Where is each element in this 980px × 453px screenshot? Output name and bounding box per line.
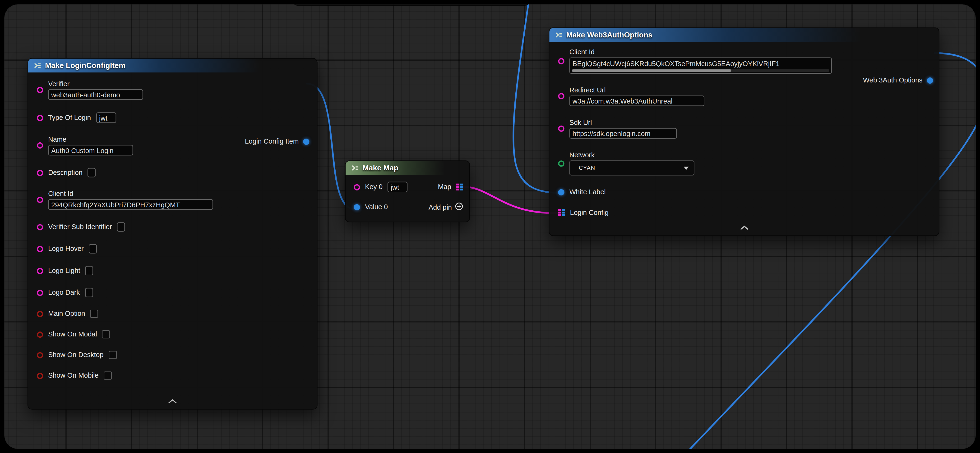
type-of-login-label: Type Of Login — [48, 114, 91, 122]
network-selected-value: CYAN — [579, 165, 684, 171]
pin-row-login-config: Login Config — [558, 209, 931, 217]
sdk-url-pin[interactable] — [558, 125, 564, 132]
pin-row-value0-addpin: Value 0 Add pin — [354, 202, 463, 212]
show-on-mobile-checkbox[interactable] — [103, 372, 112, 380]
pin-row-client-id: Client Id BEglQSgt4cUWcj6SKRdu5QkOXTsePm… — [558, 48, 931, 74]
redirect-url-input[interactable] — [570, 95, 705, 106]
show-on-desktop-label: Show On Desktop — [48, 351, 103, 359]
graph-canvas[interactable]: Make LoginConfigItem Login Config Item V… — [4, 4, 975, 449]
verifier-sub-identifier-pin[interactable] — [37, 224, 43, 230]
show-on-desktop-checkbox[interactable] — [109, 351, 117, 359]
network-dropdown[interactable]: CYAN — [570, 160, 694, 175]
pin-row-logo-hover: Logo Hover — [37, 244, 309, 253]
chevron-down-icon — [684, 166, 689, 169]
node-header-make-map[interactable]: Make Map — [345, 161, 469, 175]
map-output-pin[interactable] — [456, 184, 463, 190]
show-on-mobile-label: Show On Mobile — [48, 372, 99, 380]
client-id-pin[interactable] — [558, 58, 564, 64]
type-of-login-input[interactable] — [96, 112, 116, 123]
pin-row-logo-light: Logo Light — [37, 266, 309, 276]
network-pin[interactable] — [558, 160, 564, 166]
add-pin-button[interactable]: Add pin — [429, 202, 463, 212]
graph-frame: Make LoginConfigItem Login Config Item V… — [4, 4, 975, 449]
client-id-input[interactable] — [48, 199, 213, 210]
logo-hover-pin[interactable] — [37, 246, 43, 252]
logo-light-input[interactable] — [85, 266, 93, 276]
value0-label: Value 0 — [365, 203, 388, 211]
verifier-label: Verifier — [48, 80, 143, 88]
white-label-label: White Label — [570, 188, 606, 196]
show-on-desktop-pin[interactable] — [37, 352, 43, 358]
redirect-url-pin[interactable] — [558, 93, 564, 99]
make-struct-icon — [34, 62, 41, 70]
blueprint-editor: Make LoginConfigItem Login Config Item V… — [0, 0, 980, 453]
description-pin[interactable] — [37, 169, 43, 176]
node-make-map: Make Map Key 0 Map — [345, 160, 470, 222]
name-pin[interactable] — [37, 143, 43, 149]
add-pin-icon — [455, 202, 463, 212]
client-id-scrollbar[interactable] — [572, 70, 829, 72]
node-title: Make Web3AuthOptions — [566, 30, 652, 39]
make-struct-icon — [555, 31, 563, 39]
verifier-sub-identifier-label: Verifier Sub Identifier — [48, 223, 112, 231]
logo-dark-pin[interactable] — [37, 289, 43, 295]
make-map-icon — [351, 164, 359, 172]
client-id-pin[interactable] — [37, 196, 43, 203]
verifier-sub-identifier-input[interactable] — [117, 222, 125, 232]
name-label: Name — [48, 136, 133, 144]
node-header-make-loginconfigitem[interactable]: Make LoginConfigItem — [28, 59, 317, 73]
collapse-node-button[interactable] — [166, 395, 179, 407]
name-input[interactable] — [48, 145, 133, 155]
main-option-pin[interactable] — [37, 310, 43, 317]
key0-label: Key 0 — [365, 183, 383, 191]
pin-row-redirect-url: Redirect Url — [558, 86, 931, 106]
client-id-label: Client Id — [48, 190, 213, 198]
key0-pin[interactable] — [354, 184, 360, 190]
output-pin-label: Web 3Auth Options — [863, 76, 923, 84]
pin-row-show-on-desktop: Show On Desktop — [37, 351, 309, 359]
login-config-item-output-pin[interactable] — [303, 138, 309, 144]
web3auth-options-output-pin[interactable] — [927, 77, 933, 83]
pin-row-key0-map: Key 0 Map — [354, 182, 463, 192]
value0-pin[interactable] — [354, 204, 360, 210]
verifier-input[interactable] — [48, 89, 143, 100]
sdk-url-input[interactable] — [570, 128, 677, 139]
main-option-checkbox[interactable] — [90, 310, 98, 318]
client-id-input[interactable]: BEglQSgt4cUWcj6SKRdu5QkOXTsePmMcusG5EAoy… — [570, 57, 832, 74]
network-label: Network — [570, 151, 694, 159]
show-on-mobile-pin[interactable] — [37, 372, 43, 379]
logo-hover-input[interactable] — [89, 244, 97, 253]
client-id-label: Client Id — [570, 48, 832, 56]
pin-row-show-on-mobile: Show On Mobile — [37, 372, 309, 380]
collapse-node-button[interactable] — [738, 222, 751, 233]
logo-light-label: Logo Light — [48, 266, 80, 275]
show-on-modal-label: Show On Modal — [48, 330, 97, 338]
login-config-pin[interactable] — [558, 209, 565, 216]
node-title: Make Map — [363, 163, 398, 172]
verifier-pin[interactable] — [37, 87, 43, 93]
description-input[interactable] — [88, 168, 95, 177]
pin-row-show-on-modal: Show On Modal — [37, 330, 309, 338]
node-make-loginconfigitem: Make LoginConfigItem Login Config Item V… — [27, 58, 318, 410]
show-on-modal-pin[interactable] — [37, 331, 43, 337]
pin-row-verifier: Verifier — [37, 80, 309, 100]
main-option-label: Main Option — [48, 310, 85, 318]
show-on-modal-checkbox[interactable] — [102, 330, 110, 338]
pin-row-main-option: Main Option — [37, 310, 309, 318]
node-title: Make LoginConfigItem — [45, 61, 126, 70]
client-id-value: BEglQSgt4cUWcj6SKRdu5QkOXTsePmMcusG5EAoy… — [573, 59, 829, 69]
white-label-pin[interactable] — [558, 189, 564, 195]
redirect-url-label: Redirect Url — [570, 86, 705, 94]
pin-row-client-id: Client Id — [37, 190, 309, 210]
logo-dark-input[interactable] — [85, 288, 93, 297]
pin-row-verifier-sub-identifier: Verifier Sub Identifier — [37, 222, 309, 232]
logo-light-pin[interactable] — [37, 268, 43, 274]
type-of-login-pin[interactable] — [37, 115, 43, 121]
pin-row-logo-dark: Logo Dark — [37, 288, 309, 297]
offscreen-node-bottom-edge[interactable] — [293, 4, 530, 5]
node-header-make-web3authoptions[interactable]: Make Web3AuthOptions — [549, 28, 939, 42]
key0-input[interactable] — [388, 182, 407, 192]
logo-hover-label: Logo Hover — [48, 245, 84, 253]
pin-row-type-of-login: Type Of Login — [37, 112, 309, 123]
login-config-label: Login Config — [570, 209, 609, 217]
